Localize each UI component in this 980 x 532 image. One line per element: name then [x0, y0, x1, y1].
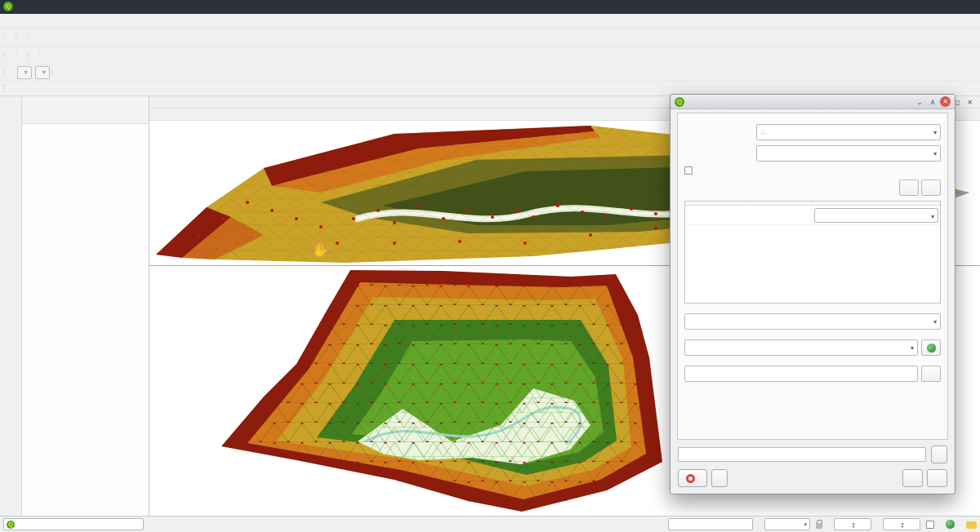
label-font-size-combo[interactable]: ▾ — [17, 66, 32, 79]
use-z-checkbox[interactable] — [684, 166, 693, 175]
browse-file-button[interactable] — [921, 366, 941, 382]
locator-input[interactable]: Q — [3, 518, 144, 530]
layers-panel-toolbar — [22, 109, 149, 123]
toolbar-main — [0, 29, 980, 47]
value-on-vertex-combo[interactable] — [756, 145, 941, 162]
messages-icon[interactable] — [966, 521, 977, 529]
rotation-spinbox[interactable]: ▴▾ — [883, 518, 920, 530]
remove-row-button[interactable] — [921, 180, 941, 196]
progress-bar — [678, 447, 926, 462]
cancel-button[interactable] — [931, 446, 947, 463]
render-checkbox[interactable] — [926, 521, 934, 529]
qgis-logo-icon: Q — [675, 97, 684, 107]
run-button[interactable] — [902, 469, 923, 487]
locator-icon: Q — [7, 521, 15, 529]
titlebar: Q — [0, 0, 980, 14]
vector-layer-combo[interactable]: ∴ — [756, 124, 941, 140]
close-button[interactable] — [927, 469, 947, 487]
dialog-tabs — [670, 109, 955, 113]
dialog-close-icon[interactable]: ✕ — [940, 96, 951, 107]
help-icon — [686, 474, 695, 483]
vertex-layers-table — [684, 201, 941, 304]
spin-arrows-icon[interactable]: ▴▾ — [902, 521, 904, 528]
menubar — [0, 14, 980, 29]
run-as-batch-button[interactable] — [711, 469, 728, 487]
chevron-down-icon: ▾ — [24, 69, 28, 76]
column-header[interactable] — [747, 202, 813, 205]
layers-tree — [22, 123, 149, 516]
layers-panel-title — [22, 96, 149, 109]
dialog-shade-icon[interactable]: ∧ — [927, 96, 938, 108]
qgis-window: Q ▾ ▾ — [0, 0, 980, 532]
cell-type-combo[interactable] — [814, 208, 938, 223]
qgis-logo-icon: Q — [3, 2, 13, 11]
table-row[interactable] — [685, 206, 940, 225]
dialog-titlebar[interactable]: Q ⌄ ∧ ✕ — [670, 95, 955, 109]
crs-status-icon[interactable] — [946, 520, 955, 529]
tin-mesh-creation-dialog: Q ⌄ ∧ ✕ ∴ — [670, 94, 956, 494]
globe-icon — [927, 344, 936, 352]
hand-cursor-icon: ✋ — [313, 243, 328, 258]
add-row-button[interactable] — [899, 180, 919, 196]
statusbar: Q ▴▾ ▴▾ — [0, 516, 980, 532]
magnifier-spinbox[interactable]: ▴▾ — [834, 518, 871, 530]
column-header[interactable] — [685, 202, 747, 205]
coordinate-input[interactable] — [668, 518, 753, 530]
help-button[interactable] — [678, 469, 707, 487]
point-layer-icon: ∴ — [761, 129, 765, 136]
scale-combo[interactable] — [764, 518, 810, 530]
table-empty-area — [685, 225, 940, 303]
output-format-combo[interactable] — [684, 313, 941, 330]
label-font-unit-combo[interactable]: ▾ — [35, 66, 50, 79]
toolbar-labels: ▾ ▾ — [0, 64, 980, 81]
toolbar-digitizing — [0, 47, 980, 64]
manage-layers-toolbar — [0, 96, 22, 516]
output-crs-combo[interactable] — [684, 339, 918, 356]
dialog-menu-icon[interactable]: ⌄ — [914, 96, 925, 108]
column-header[interactable] — [813, 202, 940, 205]
layers-panel — [22, 96, 149, 516]
chevron-down-icon: ▾ — [42, 69, 46, 76]
lock-scale-icon[interactable] — [816, 523, 822, 529]
spin-arrows-icon[interactable]: ▴▾ — [853, 521, 855, 528]
dialog-parameters-area: ∴ — [677, 113, 948, 440]
select-crs-button[interactable] — [921, 339, 941, 356]
output-file-input[interactable] — [684, 366, 918, 382]
close-panel-icon[interactable]: ✕ — [964, 97, 975, 107]
